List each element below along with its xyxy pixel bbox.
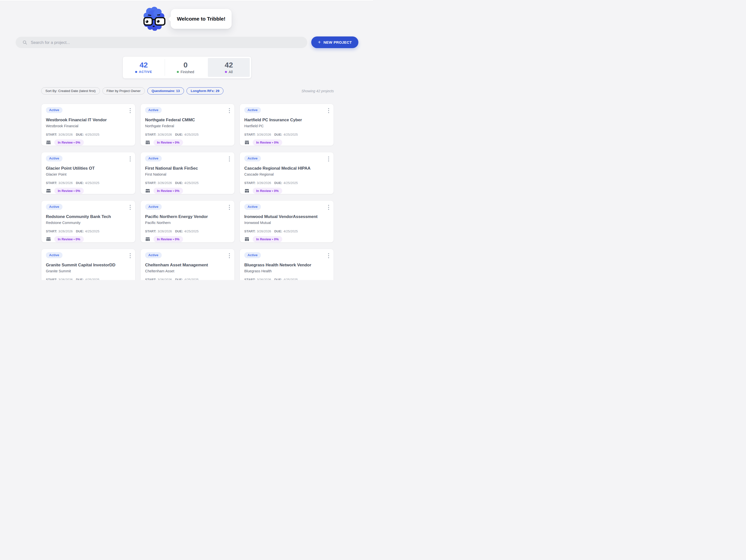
due-label: DUE: — [175, 229, 183, 233]
kebab-dot-icon — [229, 257, 230, 258]
project-title: Bluegrass Health Network Vendor — [244, 263, 329, 268]
project-organization: Granite Summit — [46, 269, 131, 273]
card-header: Active — [145, 156, 230, 163]
project-title: Northgate Federal CMMC — [145, 117, 230, 122]
kebab-dot-icon — [130, 159, 131, 160]
project-card[interactable]: Active Northgate Federal CMMC Northgate … — [140, 104, 235, 146]
card-menu-button[interactable] — [227, 107, 231, 114]
search-input[interactable] — [31, 40, 302, 45]
table-icon — [145, 140, 150, 145]
status-badge: Active — [244, 156, 261, 162]
kebab-dot-icon — [328, 159, 329, 160]
due-date: 4/25/2025 — [284, 181, 298, 185]
kebab-dot-icon — [328, 161, 329, 162]
search-icon — [22, 40, 27, 45]
card-status-row: In Review • 0% — [46, 236, 131, 242]
plus-icon: + — [318, 39, 321, 45]
projects-grid: Active Westbrook Financial IT Vendor Wes… — [41, 104, 334, 280]
card-menu-button[interactable] — [227, 252, 231, 259]
start-label: START: — [244, 229, 255, 233]
card-menu-button[interactable] — [326, 107, 331, 114]
project-card[interactable]: Active Granite Summit Capital InvestorDD… — [41, 249, 136, 280]
project-organization: Ironwood Mutual — [244, 221, 329, 225]
review-progress-badge: In Review • 0% — [153, 236, 183, 242]
card-menu-button[interactable] — [227, 156, 231, 163]
kebab-dot-icon — [130, 108, 131, 109]
project-dates: START: 3/26/2026 DUE: 4/25/2025 — [46, 278, 131, 280]
project-card[interactable]: Active Westbrook Financial IT Vendor Wes… — [41, 104, 136, 146]
active-label: ACTIVE — [139, 70, 152, 74]
project-dates: START: 3/26/2026 DUE: 4/25/2025 — [46, 133, 131, 136]
card-header: Active — [46, 252, 131, 259]
status-badge: Active — [145, 204, 162, 210]
card-menu-button[interactable] — [128, 107, 132, 114]
filter-owner-chip[interactable]: Filter by Project Owner — [103, 87, 145, 94]
kebab-dot-icon — [328, 257, 329, 258]
card-header: Active — [145, 107, 230, 114]
longform-rfx-filter-chip[interactable]: Longform RFx: 29 — [186, 87, 224, 94]
card-header: Active — [46, 156, 131, 163]
due-label: DUE: — [76, 278, 84, 280]
project-card[interactable]: Active Cascade Regional Medical HIPAA Ca… — [239, 152, 334, 194]
sort-by-chip[interactable]: Sort By: Created Date (latest first) — [41, 87, 100, 94]
card-menu-button[interactable] — [227, 204, 231, 211]
card-status-row: In Review • 0% — [46, 139, 131, 146]
project-title: Granite Summit Capital InvestorDD — [46, 263, 131, 268]
kebab-dot-icon — [130, 255, 131, 256]
status-badge: Active — [244, 204, 261, 210]
card-menu-button[interactable] — [326, 252, 331, 259]
status-badge: Active — [46, 107, 62, 113]
start-label: START: — [145, 181, 156, 185]
questionnaire-filter-chip[interactable]: Questionnaire: 13 — [147, 87, 184, 94]
project-search-bar — [16, 37, 307, 48]
project-card[interactable]: Active Bluegrass Health Network Vendor B… — [239, 249, 334, 280]
due-date: 4/25/2025 — [85, 229, 99, 233]
card-header: Active — [244, 252, 329, 259]
all-dot-icon — [225, 71, 227, 73]
project-organization: Glacier Point — [46, 172, 131, 176]
status-badge: Active — [244, 252, 261, 258]
card-menu-button[interactable] — [128, 252, 132, 259]
tribble-mascot — [143, 6, 166, 31]
kebab-dot-icon — [130, 209, 131, 210]
project-organization: First National — [145, 172, 230, 176]
card-status-row: In Review • 0% — [145, 188, 230, 194]
table-icon — [145, 188, 150, 193]
card-menu-button[interactable] — [326, 156, 331, 163]
project-dates: START: 3/26/2026 DUE: 4/25/2025 — [145, 278, 230, 280]
stat-all[interactable]: 42 All — [208, 58, 250, 77]
start-label: START: — [145, 278, 156, 280]
due-label: DUE: — [274, 181, 282, 185]
table-icon — [244, 140, 250, 145]
table-icon — [145, 236, 150, 242]
project-card[interactable]: Active Hartfield PC Insurance Cyber Hart… — [239, 104, 334, 146]
stat-finished[interactable]: 0 Finished — [165, 57, 207, 78]
card-menu-button[interactable] — [326, 204, 331, 211]
table-icon — [46, 236, 51, 242]
project-card[interactable]: Active Pacific Northern Energy Vendor Pa… — [140, 200, 235, 243]
project-dates: START: 3/26/2026 DUE: 4/25/2025 — [46, 229, 131, 233]
project-organization: Northgate Federal — [145, 124, 230, 128]
stat-active[interactable]: 42 ACTIVE — [123, 57, 165, 78]
kebab-dot-icon — [229, 157, 230, 158]
welcome-speech-bubble: Welcome to Tribble! — [171, 9, 232, 29]
project-dates: START: 3/26/2026 DUE: 4/25/2025 — [145, 181, 230, 185]
project-organization: Westbrook Financial — [46, 124, 131, 128]
due-date: 4/25/2025 — [184, 181, 199, 185]
new-project-button[interactable]: + NEW PROJECT — [311, 36, 358, 48]
project-card[interactable]: Active Cheltenham Asset Management Chelt… — [140, 249, 235, 280]
project-card[interactable]: Active Ironwood Mutual VendorAssessment … — [239, 200, 334, 243]
project-card[interactable]: Active Glacier Point Utilities OT Glacie… — [41, 152, 136, 194]
start-date: 3/26/2026 — [157, 181, 172, 185]
project-organization: Pacific Northern — [145, 221, 230, 225]
card-menu-button[interactable] — [128, 156, 132, 163]
card-status-row: In Review • 0% — [244, 236, 329, 242]
project-card[interactable]: Active First National Bank FinSec First … — [140, 152, 235, 194]
project-stats-panel: 42 ACTIVE 0 Finished 42 All — [122, 56, 252, 79]
project-card[interactable]: Active Redstone Community Bank Tech Reds… — [41, 200, 136, 243]
due-date: 4/25/2025 — [184, 133, 199, 136]
review-progress-badge: In Review • 0% — [153, 188, 183, 194]
kebab-dot-icon — [130, 207, 131, 208]
card-menu-button[interactable] — [128, 204, 132, 211]
table-icon — [244, 188, 250, 193]
